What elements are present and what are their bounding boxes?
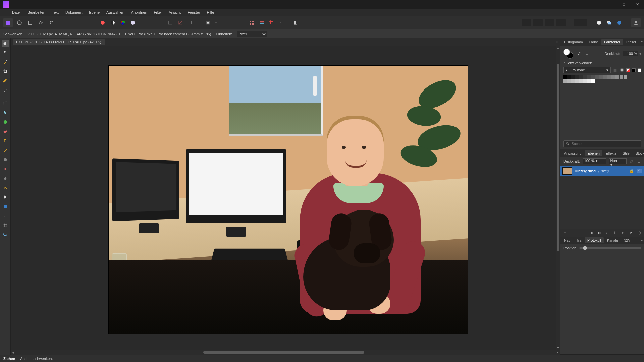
swatch[interactable] bbox=[595, 75, 599, 79]
color-picker-tool[interactable] bbox=[2, 58, 9, 66]
expand-icon[interactable] bbox=[637, 159, 641, 164]
live-stack-icon[interactable] bbox=[615, 19, 623, 27]
dodge-tool[interactable] bbox=[2, 184, 9, 191]
stack-arrange-icon[interactable] bbox=[258, 19, 266, 27]
greyscale-icon[interactable] bbox=[109, 19, 117, 27]
quickmask-icon[interactable] bbox=[204, 19, 212, 27]
lock-icon[interactable]: 🔒 bbox=[629, 169, 634, 173]
swatch-grid[interactable] bbox=[563, 75, 641, 83]
menu-ansicht[interactable]: Ansicht bbox=[169, 10, 181, 14]
swatch-search-input[interactable] bbox=[572, 142, 639, 146]
soft-proof-icon[interactable] bbox=[129, 19, 137, 27]
swatch[interactable] bbox=[620, 75, 623, 79]
swatch[interactable] bbox=[615, 75, 619, 79]
erase-tool[interactable] bbox=[2, 128, 9, 135]
swatch[interactable] bbox=[563, 79, 567, 83]
swatch[interactable] bbox=[591, 79, 595, 83]
crop-assist-icon[interactable] bbox=[268, 19, 276, 27]
layer-row[interactable]: Hintergrund (Pixel) 🔒 bbox=[560, 166, 644, 176]
inpaint-tool[interactable] bbox=[2, 146, 9, 154]
gear-icon[interactable] bbox=[629, 159, 634, 164]
swatch[interactable] bbox=[624, 75, 627, 79]
panel-menu-icon[interactable]: ≡ bbox=[641, 40, 643, 44]
text-tool[interactable]: A bbox=[2, 212, 9, 220]
smudge-tool[interactable] bbox=[2, 175, 9, 182]
tab-histogramm[interactable]: Histogramm bbox=[561, 39, 586, 45]
fx-icon[interactable]: fx bbox=[605, 231, 610, 235]
swatch[interactable] bbox=[599, 75, 603, 79]
tab-transform[interactable]: Tra bbox=[574, 237, 584, 243]
tab-farbe[interactable]: Farbe bbox=[586, 39, 601, 45]
layer-styles-icon[interactable] bbox=[562, 231, 567, 235]
grid-arrange-icon[interactable] bbox=[248, 19, 256, 27]
hand-tool[interactable] bbox=[2, 40, 9, 47]
crop-tool[interactable] bbox=[2, 68, 9, 75]
menu-auswaehlen[interactable]: Auswählen bbox=[106, 10, 124, 14]
mask-icon[interactable] bbox=[589, 231, 594, 235]
horizontal-scrollbar[interactable]: ◂▸ bbox=[11, 350, 560, 355]
close-tab-icon[interactable]: ✕ bbox=[555, 40, 558, 44]
visibility-checkbox[interactable] bbox=[637, 169, 642, 173]
document-tab[interactable]: PXL_20230105_140800269.PORTRAIT.jpg (42.… bbox=[13, 39, 105, 45]
layers-list[interactable]: Hintergrund (Pixel) 🔒 bbox=[560, 166, 644, 229]
vertical-scrollbar[interactable]: ▴▾ bbox=[556, 46, 560, 350]
account-icon[interactable] bbox=[631, 18, 641, 27]
selection-new-icon[interactable] bbox=[166, 19, 174, 27]
persona-develop-icon[interactable] bbox=[26, 19, 34, 27]
color-wheel-icon[interactable] bbox=[99, 19, 107, 27]
align-right-button[interactable] bbox=[545, 19, 554, 26]
add-pixel-icon[interactable] bbox=[629, 231, 634, 235]
tab-anpassung[interactable]: Anpassung bbox=[561, 150, 584, 156]
persona-liquify-icon[interactable] bbox=[15, 19, 23, 27]
persona-tone-icon[interactable] bbox=[37, 19, 45, 27]
layers-opacity-input[interactable]: 100 % ▾ bbox=[583, 158, 606, 164]
swatch[interactable] bbox=[579, 75, 583, 79]
swatch-black-icon[interactable] bbox=[632, 68, 636, 72]
swatch[interactable] bbox=[583, 79, 587, 83]
tab-farbfelder[interactable]: Farbfelder bbox=[601, 39, 623, 45]
context-units-select[interactable]: Pixel bbox=[237, 31, 267, 37]
swatch-opacity-input[interactable] bbox=[623, 51, 638, 56]
dropdown-icon[interactable]: ▾ bbox=[639, 51, 641, 56]
foreground-background-color[interactable] bbox=[563, 49, 573, 59]
swatch[interactable] bbox=[607, 75, 611, 79]
adjust-icon[interactable] bbox=[597, 231, 602, 235]
tab-pinsel[interactable]: Pinsel bbox=[624, 39, 639, 45]
rgb-icon[interactable] bbox=[119, 19, 127, 27]
swatch[interactable] bbox=[571, 75, 575, 79]
swatch[interactable] bbox=[603, 75, 607, 79]
healing-tool[interactable] bbox=[2, 165, 9, 173]
canvas-viewport[interactable]: PsPs bbox=[11, 46, 560, 350]
add-layer-icon[interactable] bbox=[595, 19, 603, 27]
swatch[interactable] bbox=[579, 79, 583, 83]
swatch-none-icon[interactable] bbox=[626, 68, 630, 72]
panel-menu-icon[interactable]: ≡ bbox=[641, 238, 643, 242]
swatch-search[interactable] bbox=[563, 140, 641, 147]
menu-text[interactable]: Text bbox=[52, 10, 59, 14]
marquee-tool[interactable] bbox=[2, 100, 9, 107]
persona-export-icon[interactable] bbox=[48, 19, 56, 27]
swatch[interactable] bbox=[567, 75, 571, 79]
clone-tool[interactable] bbox=[2, 137, 9, 144]
menu-fenster[interactable]: Fenster bbox=[187, 10, 200, 14]
swatch[interactable] bbox=[571, 79, 575, 83]
blur-tool[interactable] bbox=[2, 156, 9, 163]
no-color-icon[interactable] bbox=[585, 51, 589, 56]
minimize-button[interactable]: — bbox=[604, 0, 617, 9]
swatch[interactable] bbox=[587, 79, 591, 83]
tab-stile[interactable]: Stile bbox=[620, 150, 632, 156]
history-slider[interactable] bbox=[579, 247, 641, 249]
persona-photo-icon[interactable] bbox=[3, 18, 13, 27]
tab-kanaele[interactable]: Kanäle bbox=[604, 237, 621, 243]
pencil-tool[interactable] bbox=[2, 86, 9, 94]
tab-32v[interactable]: 32V bbox=[622, 237, 633, 243]
dropdown-icon[interactable] bbox=[278, 19, 282, 27]
menu-dokument[interactable]: Dokument bbox=[65, 10, 82, 14]
move-tool[interactable] bbox=[2, 49, 9, 56]
menu-filter[interactable]: Filter bbox=[154, 10, 162, 14]
swatch[interactable] bbox=[583, 75, 587, 79]
menu-ebene[interactable]: Ebene bbox=[89, 10, 100, 14]
brush-tool[interactable] bbox=[2, 77, 9, 84]
swatch[interactable] bbox=[575, 79, 579, 83]
swatch[interactable] bbox=[587, 75, 591, 79]
